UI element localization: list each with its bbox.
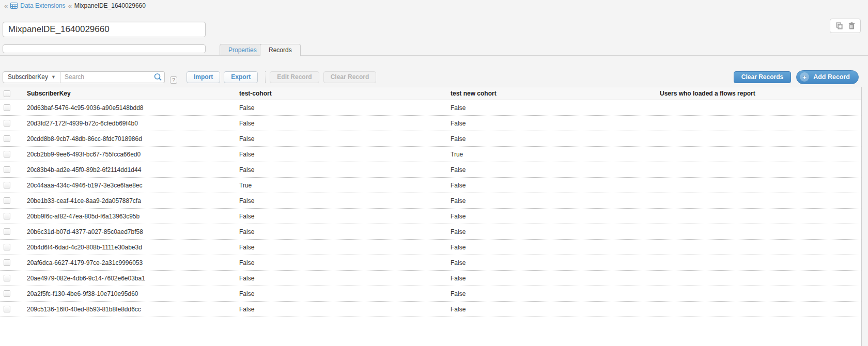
row-checkbox[interactable] [4, 290, 10, 297]
records-toolbar: SubscriberKey ▼ ? Import Export Edit Rec… [0, 71, 868, 83]
cell-test-new-cohort: False [451, 259, 660, 266]
row-checkbox[interactable] [4, 151, 10, 158]
cell-test-cohort: False [239, 290, 451, 297]
toolbar-divider [265, 71, 266, 83]
cell-test-cohort: False [239, 135, 451, 143]
cell-subscriberkey: 20d63baf-5476-4c95-9036-a90e5148bdd8 [27, 104, 239, 112]
data-extension-grid-icon [10, 3, 18, 9]
table-row: 20d3fd27-172f-4939-b72c-6cfedb69f4b0 Fal… [0, 116, 861, 131]
cell-test-cohort: False [239, 306, 451, 313]
copy-icon[interactable] [836, 22, 844, 29]
row-checkbox[interactable] [4, 275, 10, 281]
cell-subscriberkey: 20af6dca-6627-4179-97ce-2a31c9996053 [27, 259, 239, 266]
cell-subscriberkey: 20cdd8b8-9cb7-48db-86cc-8fdc7018986d [27, 135, 239, 143]
cell-subscriberkey: 20cb2bb9-9ee6-493f-bc67-755fcca66ed0 [27, 151, 239, 158]
row-checkbox[interactable] [4, 244, 10, 250]
cell-subscriberkey: 20ae4979-082e-4db6-9c14-7602e6e03ba1 [27, 275, 239, 282]
cell-test-cohort: False [239, 120, 451, 127]
cell-subscriberkey: 20bb9f6c-af82-47ea-805d-f6a13963c95b [27, 213, 239, 220]
cell-test-new-cohort: False [451, 275, 660, 282]
chevron-down-icon: ▼ [51, 74, 56, 80]
table-row: 20c83b4b-ad2e-45f0-89b2-6f2114dd1d44 Fal… [0, 162, 861, 178]
table-row: 20af6dca-6627-4179-97ce-2a31c9996053 Fal… [0, 255, 861, 271]
clear-records-button[interactable]: Clear Records [734, 71, 791, 83]
tab-bar: Properties Records [0, 44, 868, 56]
help-icon[interactable]: ? [170, 76, 177, 84]
table-row: 20b4d6f4-6dad-4c20-808b-1111e30abe3d Fal… [0, 240, 861, 255]
row-checkbox[interactable] [4, 166, 10, 173]
table-header-row: SubscriberKey test-cohort test new cohor… [0, 87, 861, 100]
table-row: 20be1b33-ceaf-41ce-8aa9-2da057887cfa Fal… [0, 193, 861, 209]
table-row: 20c44aaa-434c-4946-b197-3e3ce6fae8ec Tru… [0, 178, 861, 193]
cell-test-cohort: False [239, 166, 451, 174]
row-checkbox[interactable] [4, 104, 10, 111]
table-row: 20ae4979-082e-4db6-9c14-7602e6e03ba1 Fal… [0, 271, 861, 286]
cell-subscriberkey: 20b6c31d-b07d-4377-a027-85c0aed7bf58 [27, 228, 239, 235]
tab-properties[interactable]: Properties [220, 44, 266, 55]
cell-test-new-cohort: False [451, 182, 660, 189]
row-checkbox[interactable] [4, 120, 10, 127]
delete-icon[interactable] [848, 22, 855, 29]
cell-subscriberkey: 20b4d6f4-6dad-4c20-808b-1111e30abe3d [27, 244, 239, 251]
row-checkbox[interactable] [4, 306, 10, 312]
cell-test-new-cohort: False [451, 290, 660, 297]
search-icon[interactable] [153, 73, 162, 84]
cell-subscriberkey: 20a2f5fc-f130-4be6-9f38-10e710e95d60 [27, 290, 239, 297]
column-header-test-cohort[interactable]: test-cohort [239, 90, 451, 97]
breadcrumb-current: MixpanelDE_1640029660 [74, 2, 146, 9]
cell-test-cohort: False [239, 228, 451, 235]
table-row: 20cb2bb9-9ee6-493f-bc67-755fcca66ed0 Fal… [0, 147, 861, 162]
cell-test-cohort: False [239, 244, 451, 251]
records-table: SubscriberKey test-cohort test new cohor… [0, 87, 862, 346]
tab-records[interactable]: Records [260, 44, 301, 56]
search-field-dropdown[interactable]: SubscriberKey ▼ [3, 71, 60, 83]
column-header-test-new-cohort[interactable]: test new cohort [451, 90, 660, 97]
plus-icon: + [800, 72, 809, 82]
cell-test-cohort: False [239, 213, 451, 220]
breadcrumb-link-data-extensions[interactable]: Data Extensions [20, 2, 65, 9]
data-extension-records-page: « Data Extensions « MixpanelDE_164002966… [0, 0, 868, 346]
cell-subscriberkey: 20be1b33-ceaf-41ce-8aa9-2da057887cfa [27, 197, 239, 205]
column-header-subscriberkey[interactable]: SubscriberKey [27, 90, 239, 97]
table-row: 20b6c31d-b07d-4377-a027-85c0aed7bf58 Fal… [0, 224, 861, 240]
cell-subscriberkey: 20d3fd27-172f-4939-b72c-6cfedb69f4b0 [27, 120, 239, 127]
cell-test-new-cohort: False [451, 166, 660, 174]
cell-test-new-cohort: False [451, 197, 660, 205]
import-button[interactable]: Import [187, 71, 220, 83]
row-checkbox[interactable] [4, 182, 10, 188]
cell-test-cohort: False [239, 275, 451, 282]
row-checkbox[interactable] [4, 135, 10, 142]
cell-test-cohort: False [239, 151, 451, 158]
table-row: 20d63baf-5476-4c95-9036-a90e5148bdd8 Fal… [0, 100, 861, 116]
row-checkbox[interactable] [4, 213, 10, 219]
clear-record-button[interactable]: Clear Record [323, 71, 377, 83]
cell-subscriberkey: 20c83b4b-ad2e-45f0-89b2-6f2114dd1d44 [27, 166, 239, 174]
cell-test-new-cohort: False [451, 244, 660, 251]
cell-test-new-cohort: False [451, 213, 660, 220]
name-input[interactable] [3, 22, 206, 37]
table-row: 20a2f5fc-f130-4be6-9f38-10e710e95d60 Fal… [0, 286, 861, 302]
cell-subscriberkey: 20c44aaa-434c-4946-b197-3e3ce6fae8ec [27, 182, 239, 189]
export-button[interactable]: Export [224, 71, 258, 83]
search-box [60, 71, 165, 83]
cell-test-new-cohort: False [451, 135, 660, 143]
row-checkbox[interactable] [4, 197, 10, 204]
cell-test-cohort: True [239, 182, 451, 189]
back-chevron-icon[interactable]: « [4, 3, 8, 9]
table-row: 20cdd8b8-9cb7-48db-86cc-8fdc7018986d Fal… [0, 131, 861, 147]
row-checkbox[interactable] [4, 259, 10, 266]
edit-record-button[interactable]: Edit Record [270, 71, 319, 83]
cell-test-new-cohort: False [451, 120, 660, 127]
cell-test-new-cohort: False [451, 104, 660, 112]
search-input[interactable] [60, 71, 165, 83]
breadcrumb-separator-icon: « [68, 3, 72, 9]
select-all-checkbox[interactable] [4, 90, 10, 97]
add-record-button[interactable]: + Add Record [796, 70, 859, 84]
add-record-label: Add Record [813, 73, 850, 81]
table-row: 209c5136-16f0-40ed-8593-81b8fe8dd6cc Fal… [0, 302, 861, 317]
cell-test-cohort: False [239, 259, 451, 266]
header-actions [830, 19, 861, 33]
column-header-users-flows-report[interactable]: Users who loaded a flows report [660, 90, 861, 97]
row-checkbox[interactable] [4, 228, 10, 235]
cell-test-new-cohort: False [451, 306, 660, 313]
